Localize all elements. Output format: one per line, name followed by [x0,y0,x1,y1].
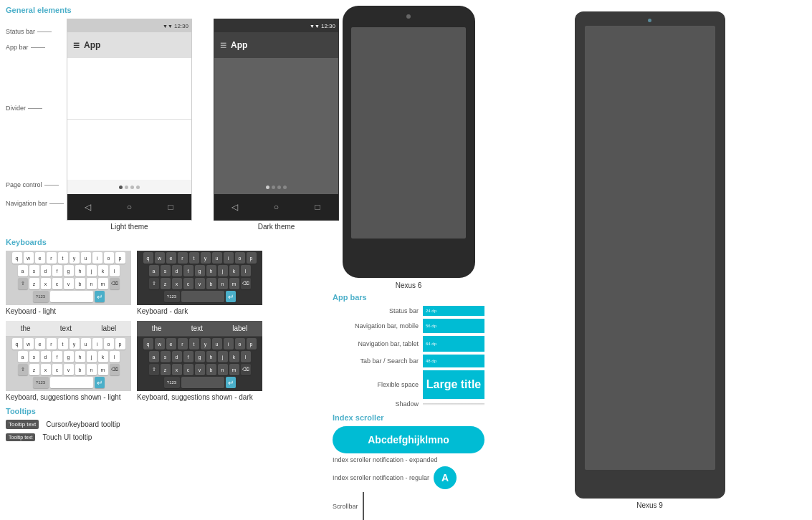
main-container: General elements Status bar App bar Divi… [0,0,812,520]
nexus9-screen [585,26,715,470]
page-dot [272,186,275,189]
scrollbar-label: Scrollbar [333,503,358,510]
nav-recents: □ [310,200,325,214]
key-row-2: asdfghjkl [7,265,130,276]
nav-back: ◁ [228,200,242,214]
index-scroller-section: Index scroller Abcdefghijklmno Index scr… [333,413,484,520]
keyboard-dark-label: Keyboard - dark [137,307,262,315]
key-o[interactable]: o [104,252,114,264]
keyboard-row-1: qwertyuiop asdfghjkl ⇧zxcvbnm⌫ ?123 ↵ [6,251,324,315]
dark-content [214,58,338,180]
page-dot [136,186,140,189]
keyboard-sugg-light: the text label qwertyuiop asdfghjkl ⇧zxc… [6,321,131,401]
nexus6-container: Nexus 6 [333,6,484,289]
key-x[interactable]: x [41,278,51,289]
key-s[interactable]: s [29,265,39,276]
light-page-control [67,180,191,194]
page-dot [119,186,123,189]
general-elements-title: General elements [6,6,324,14]
key-row-4: ?123 ↵ [7,291,130,302]
keyboard-row-2: the text label qwertyuiop asdfghjkl ⇧zxc… [6,321,324,401]
key-shift[interactable]: ⇧ [18,278,28,289]
index-notif-regular-label: Index scroller notification - regular [333,474,429,481]
cursor-tooltip-box: Tooltip text [6,420,39,429]
two-phones: ▼▼ 12:30 ☰ App [67,19,339,231]
status-bar-annotation: Status bar [6,28,52,35]
key-e[interactable]: e [35,252,45,264]
large-title-bar: Large title [423,370,484,399]
key-g[interactable]: g [64,265,74,276]
key-del[interactable]: ⌫ [110,278,120,289]
tooltips-title: Tooltips [6,407,324,415]
key-space[interactable] [50,291,93,302]
index-notif-regular-row: Index scroller notification - regular A [333,466,484,489]
key-a[interactable]: a [18,265,28,276]
key-row-1-dark: qwertyuiop [138,252,261,264]
keyboard-sugg-dark: the text label qwertyuiop asdfghjkl ⇧zxc… [137,321,262,401]
status-bar-row: Status bar 24 dp [333,306,484,316]
key-num[interactable]: ?123 [33,291,49,302]
suggestion-bar-dark: the text label [137,321,262,337]
key-t[interactable]: t [58,252,68,264]
key-row-1: qwertyuiop [7,252,130,264]
light-theme-label: Light theme [67,223,192,231]
key-d[interactable]: d [41,265,51,276]
keyboards-section: Keyboards qwertyuiop asdfghjkl ⇧zxcvbnm⌫ [6,238,324,401]
notif-circle: A [434,466,457,489]
light-phone-frame: ▼▼ 12:30 ☰ App [67,19,192,221]
flexible-space-row: Flexible space Large title [333,370,484,399]
keyboard-sugg-dark-keys: qwertyuiop asdfghjkl ⇧zxcvbnm⌫ ?123 ↵ [137,337,262,391]
nexus9-label: Nexus 9 [636,501,663,509]
flexible-space-label: Flexible space [333,381,419,388]
dark-status-bar: ▼▼ 12:30 [214,19,338,32]
key-h[interactable]: h [75,265,85,276]
key-c[interactable]: c [52,278,62,289]
key-l[interactable]: l [110,265,120,276]
key-row-3: ⇧zxcvbnm⌫ [7,278,130,289]
navigation-bar-annotation: Navigation bar [6,200,64,207]
keyboards-title: Keyboards [6,238,324,246]
key-u[interactable]: u [81,252,91,264]
nav-back: ◁ [81,200,95,214]
key-r[interactable]: r [47,252,57,264]
key-i[interactable]: i [92,252,102,264]
app-bars-title: App bars [333,293,484,302]
key-y[interactable]: y [70,252,80,264]
cursor-tooltip-label: Cursor/keyboard tooltip [46,420,120,428]
key-k[interactable]: k [98,265,108,276]
shadow-visual [423,403,484,405]
key-enter[interactable]: ↵ [95,291,105,302]
suggestion-bar-light: the text label [6,321,131,337]
dark-theme-label: Dark theme [214,223,339,231]
tooltips-section: Tooltips Tooltip text Cursor/keyboard to… [6,407,324,441]
nav-tablet-row: Navigation bar, tablet 64 dp [333,336,484,352]
keyboard-light: qwertyuiop asdfghjkl ⇧zxcvbnm⌫ ?123 ↵ [6,251,131,315]
key-n[interactable]: n [87,278,97,289]
page-dot [125,186,128,189]
touch-tooltip-label: Touch UI tooltip [42,433,92,441]
app-bar-annotation: App bar [6,44,45,51]
light-status-bar: ▼▼ 12:30 [67,19,191,32]
key-v[interactable]: v [64,278,74,289]
annotation-labels: Status bar App bar Divider Page control [6,22,67,180]
key-z[interactable]: z [29,278,39,289]
nav-tablet-label: Navigation bar, tablet [333,340,419,347]
nav-home: ○ [122,200,136,214]
nav-tablet-visual: 64 dp [423,336,484,352]
tab-bar-visual: 48 dp [423,355,484,367]
key-row-4-dark: ?123 ↵ [138,291,261,302]
light-app-bar: ☰ App [67,32,191,58]
key-w[interactable]: w [24,252,34,264]
light-content [67,58,191,180]
nav-mobile-label: Navigation bar, mobile [333,322,419,329]
touch-tooltip-row: Tooltip text Touch UI tooltip [6,433,324,441]
nexus9-camera [648,19,651,22]
key-q[interactable]: q [12,252,22,264]
key-b[interactable]: b [75,278,85,289]
key-f[interactable]: f [52,265,62,276]
key-j[interactable]: j [87,265,97,276]
key-p[interactable]: p [115,252,125,264]
key-m[interactable]: m [98,278,108,289]
touch-tooltip-box: Tooltip text [6,433,35,441]
index-notif-expanded-row: Index scroller notification - expanded [333,456,484,463]
